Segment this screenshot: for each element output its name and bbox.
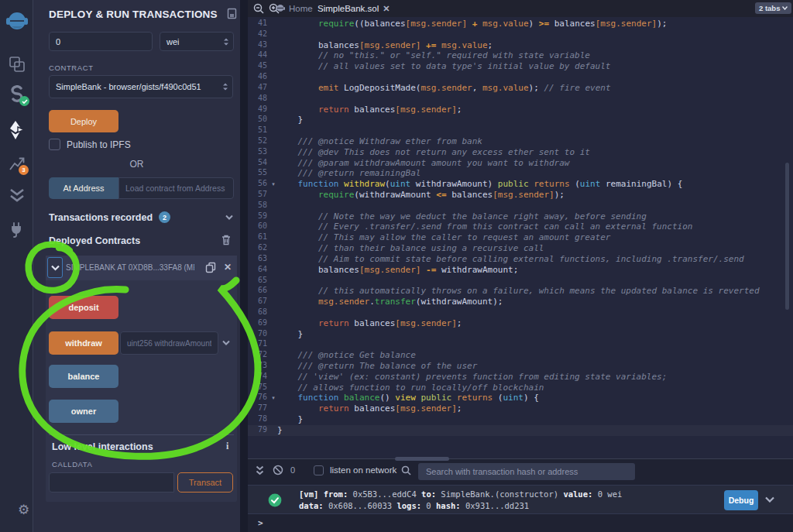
fold-caret-icon[interactable]: ▾ — [269, 393, 277, 403]
code-line[interactable]: 52 /// @notice Withdraw ether from bank — [248, 136, 793, 147]
tab-simplebank[interactable]: SimpleBank.sol ✕ — [318, 0, 390, 17]
code-line[interactable]: 57 require(withdrawAmount <= balances[ms… — [248, 190, 793, 201]
code-line[interactable]: 64 balances[msg.sender] -= withdrawAmoun… — [248, 265, 793, 276]
code-line[interactable]: 50 } — [248, 115, 793, 125]
line-number[interactable]: 60 — [248, 221, 269, 232]
line-number[interactable]: 64 — [248, 265, 269, 276]
zoom-out-icon[interactable] — [253, 3, 264, 14]
line-number[interactable]: 57 — [248, 190, 269, 201]
code-line[interactable]: 70 } — [248, 329, 793, 340]
line-number[interactable]: 58 — [248, 201, 269, 211]
line-number[interactable]: 51 — [248, 125, 269, 136]
code-line[interactable]: 76▾ function balance() view public retur… — [248, 393, 793, 403]
function-button-balance[interactable]: balance — [49, 365, 118, 388]
contract-select[interactable]: SimpleBank - browser/gists/f490c0d51 — [49, 75, 233, 98]
line-number[interactable]: 52 — [248, 136, 269, 147]
code-line[interactable]: 74 // 'view' (ex: constant) prevents fun… — [248, 372, 793, 383]
line-number[interactable]: 62 — [248, 243, 269, 254]
withdraw-amount-input[interactable] — [120, 331, 218, 355]
code-line[interactable]: 56▾ function withdraw(uint withdrawAmoun… — [248, 179, 793, 190]
line-number[interactable]: 54 — [248, 158, 269, 169]
unit-testing-icon[interactable] — [0, 188, 33, 204]
terminal-search-input[interactable] — [418, 463, 635, 480]
code-line[interactable]: 65 — [248, 276, 793, 287]
deploy-button[interactable]: Deploy — [49, 110, 118, 132]
line-number[interactable]: 70 — [248, 329, 269, 340]
code-line[interactable]: 55 /// @return remainingBal — [248, 168, 793, 179]
line-number[interactable]: 55 — [248, 168, 269, 179]
code-line[interactable]: 66 // this automatically throws on a fai… — [248, 286, 793, 297]
line-number[interactable]: 76 — [248, 393, 269, 403]
function-button-owner[interactable]: owner — [49, 400, 118, 423]
unit-select[interactable]: wei — [160, 32, 234, 51]
code-line[interactable]: 46 — [248, 72, 793, 83]
fold-caret-icon[interactable]: ▾ — [269, 179, 277, 190]
line-number[interactable]: 42 — [248, 29, 269, 40]
terminal-resize-handle[interactable] — [395, 457, 449, 461]
value-input[interactable] — [49, 32, 153, 51]
line-number[interactable]: 74 — [248, 372, 269, 383]
chevron-down-icon[interactable] — [765, 496, 774, 503]
plugin-manager-icon[interactable] — [0, 221, 33, 238]
line-number[interactable]: 67 — [248, 297, 269, 307]
line-number[interactable]: 41 — [248, 19, 269, 29]
function-button-deposit[interactable]: deposit — [49, 296, 118, 319]
file-explorer-icon[interactable] — [0, 56, 33, 73]
line-number[interactable]: 68 — [248, 307, 269, 318]
transact-button[interactable]: Transact — [177, 472, 233, 493]
code-line[interactable]: 78 } — [248, 414, 793, 425]
publish-ipfs-checkbox[interactable] — [49, 139, 60, 150]
copy-address-icon[interactable] — [205, 262, 216, 273]
code-area[interactable]: 41 require((balances[msg.sender] + msg.v… — [248, 19, 793, 436]
at-address-input[interactable] — [118, 177, 234, 199]
code-line[interactable]: 79} — [248, 425, 793, 436]
code-line[interactable]: 43 balances[msg.sender] += msg.value; — [248, 40, 793, 51]
instance-expand-caret-icon[interactable] — [51, 265, 60, 271]
calldata-input[interactable] — [49, 472, 174, 493]
code-line[interactable]: 77 return balances[msg.sender]; — [248, 403, 793, 414]
solidity-compiler-icon[interactable] — [0, 85, 33, 105]
code-line[interactable]: 75 // allows function to run locally/off… — [248, 383, 793, 393]
line-number[interactable]: 50 — [248, 115, 269, 125]
line-number[interactable]: 43 — [248, 40, 269, 51]
code-line[interactable]: 58 — [248, 201, 793, 211]
editor-scrollbar[interactable] — [785, 163, 789, 310]
code-line[interactable]: 62 // than their balance using a recursi… — [248, 243, 793, 254]
line-number[interactable]: 46 — [248, 72, 269, 83]
chevron-down-icon[interactable] — [225, 215, 233, 220]
line-number[interactable]: 63 — [248, 254, 269, 265]
info-icon[interactable]: i — [226, 441, 228, 452]
line-number[interactable]: 45 — [248, 61, 269, 72]
line-number[interactable]: 75 — [248, 383, 269, 393]
terminal-prompt[interactable]: > — [258, 518, 263, 528]
line-number[interactable]: 44 — [248, 50, 269, 61]
line-number[interactable]: 73 — [248, 361, 269, 372]
deploy-run-icon[interactable] — [0, 120, 33, 140]
code-line[interactable]: 71 — [248, 339, 793, 350]
line-number[interactable]: 71 — [248, 339, 269, 350]
code-line[interactable]: 47 emit LogDepositMade(msg.sender, msg.v… — [248, 83, 793, 94]
transaction-log-row[interactable]: [vm] from: 0x5B3...eddC4 to: SimpleBank.… — [248, 485, 793, 514]
code-line[interactable]: 41 require((balances[msg.sender] + msg.v… — [248, 19, 793, 29]
line-number[interactable]: 79 — [248, 425, 269, 436]
line-number[interactable]: 77 — [248, 403, 269, 414]
code-line[interactable]: 54 /// @param withdrawAmount amount you … — [248, 158, 793, 169]
code-line[interactable]: 68 — [248, 307, 793, 318]
line-number[interactable]: 69 — [248, 318, 269, 329]
chevron-down-icon[interactable] — [222, 340, 230, 345]
code-line[interactable]: 42 — [248, 29, 793, 40]
code-line[interactable]: 63 // Aim to commit state before calling… — [248, 254, 793, 265]
transactions-recorded-header[interactable]: Transactions recorded2 — [49, 211, 170, 223]
line-number[interactable]: 66 — [248, 286, 269, 297]
line-number[interactable]: 49 — [248, 105, 269, 115]
code-line[interactable]: 59 // Note the way we deduct the balance… — [248, 211, 793, 222]
code-line[interactable]: 44 // no "this." or "self." required wit… — [248, 50, 793, 61]
line-number[interactable]: 61 — [248, 232, 269, 243]
listen-network-checkbox[interactable] — [314, 465, 324, 475]
debug-button[interactable]: Debug — [724, 490, 758, 510]
line-number[interactable]: 72 — [248, 350, 269, 361]
function-button-withdraw[interactable]: withdraw — [49, 331, 118, 355]
line-number[interactable]: 47 — [248, 83, 269, 94]
line-number[interactable]: 59 — [248, 211, 269, 222]
line-number[interactable]: 78 — [248, 414, 269, 425]
